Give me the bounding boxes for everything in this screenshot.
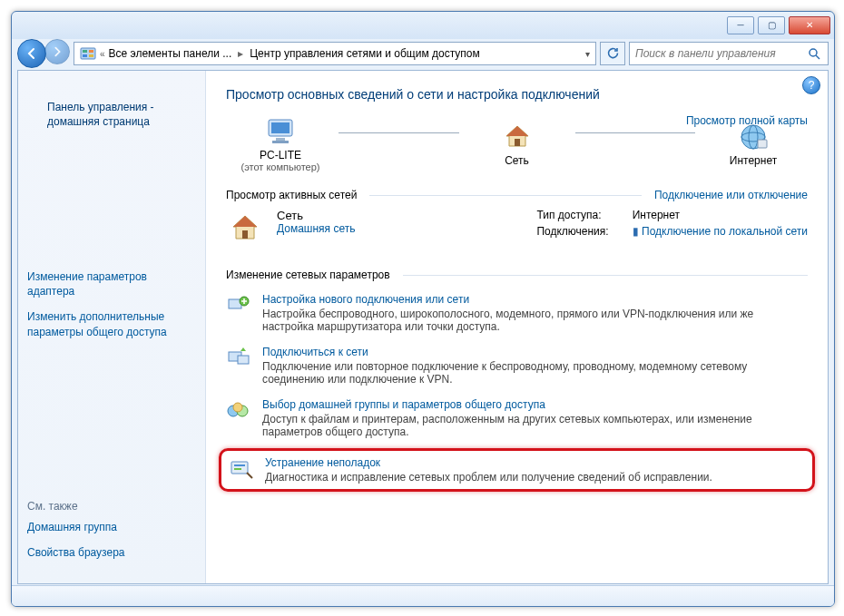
task-title[interactable]: Выбор домашней группы и параметров общег…	[262, 398, 808, 411]
address-bar: « Все элементы панели ... ▸ Центр управл…	[17, 39, 829, 68]
access-type-value: Интернет	[633, 209, 808, 221]
chevrons-icon: «	[100, 49, 105, 59]
connection-value: ▮ Подключение по локальной сети	[633, 225, 808, 238]
svg-rect-1	[83, 50, 87, 53]
change-settings-section: Изменение сетевых параметров Настройка н…	[226, 269, 808, 492]
help-icon[interactable]: ?	[802, 76, 820, 94]
svg-rect-25	[234, 464, 245, 466]
svg-rect-10	[272, 141, 289, 143]
close-button[interactable]: ✕	[789, 16, 830, 34]
svg-rect-20	[238, 356, 249, 364]
nic-icon: ▮	[633, 225, 639, 238]
computer-icon	[263, 114, 298, 149]
map-node1-label: PC-LITE	[260, 149, 301, 161]
full-map-link[interactable]: Просмотр полной карты	[686, 114, 808, 127]
sidebar: Панель управления - домашняя страница Из…	[18, 71, 206, 583]
active-network-details: Тип доступа: Подключения: Интернет ▮ Под…	[536, 209, 808, 247]
network-name-label: Сеть	[277, 209, 355, 222]
active-network-name: Сеть Домашняя сеть	[277, 209, 355, 247]
divider	[369, 195, 642, 196]
local-connection-link[interactable]: Подключение по локальной сети	[642, 225, 808, 238]
breadcrumb[interactable]: « Все элементы панели ... ▸ Центр управл…	[74, 43, 486, 64]
chevron-right-icon: ▸	[238, 47, 243, 60]
map-line-2	[575, 132, 696, 133]
network-type-link[interactable]: Домашняя сеть	[277, 222, 355, 235]
search-icon[interactable]	[808, 47, 828, 60]
minimize-button[interactable]: ─	[727, 16, 754, 34]
home-network-icon	[226, 209, 264, 247]
active-network-row: Сеть Домашняя сеть Тип доступа: Подключе…	[226, 207, 808, 252]
breadcrumb-bar[interactable]: « Все элементы панели ... ▸ Центр управл…	[74, 42, 596, 65]
sidebar-link-sharing[interactable]: Изменить дополнительные параметры общего…	[27, 309, 196, 338]
content-body: Панель управления - домашняя страница Из…	[17, 70, 829, 584]
task-homegroup[interactable]: Выбор домашней группы и параметров общег…	[226, 392, 808, 445]
back-button[interactable]	[17, 39, 46, 68]
active-networks-section: Просмотр активных сетей Подключение или …	[226, 189, 808, 252]
main-pane: ? Просмотр основных сведений о сети и на…	[206, 71, 828, 583]
map-node1-sub: (этот компьютер)	[240, 161, 319, 172]
svg-line-6	[816, 55, 819, 59]
window: ─ ▢ ✕ « Все элементы панели ... ▸ Центр …	[11, 11, 835, 607]
svg-point-23	[233, 403, 242, 412]
see-also-heading: См. также	[27, 500, 196, 513]
task-desc: Доступ к файлам и принтерам, расположенн…	[262, 413, 808, 438]
svg-rect-0	[81, 48, 95, 59]
sidebar-home-link[interactable]: Панель управления - домашняя страница	[27, 83, 196, 259]
svg-rect-16	[242, 230, 248, 239]
network-map: PC-LITE (этот компьютер) Сеть Интернет	[226, 114, 808, 172]
task-desc: Настройка беспроводного, широкополосного…	[262, 308, 808, 333]
sidebar-link-adapter[interactable]: Изменение параметров адаптера	[27, 269, 196, 298]
map-node2-label: Сеть	[505, 154, 529, 167]
svg-rect-2	[89, 50, 93, 53]
map-line-1	[339, 132, 459, 133]
control-panel-icon	[80, 45, 96, 62]
divider	[403, 275, 808, 276]
svg-rect-26	[234, 468, 241, 470]
task-troubleshoot[interactable]: Устранение неполадок Диагностика и испра…	[219, 448, 815, 492]
nav-buttons	[17, 39, 70, 68]
task-connect-network[interactable]: Подключиться к сети Подключение или повт…	[226, 339, 808, 392]
svg-rect-11	[515, 139, 520, 146]
breadcrumb-level-1[interactable]: Все элементы панели ...	[109, 47, 232, 60]
task-desc: Подключение или повторное подключение к …	[262, 360, 808, 386]
map-node-network: Сеть	[463, 120, 572, 167]
map-node3-label: Интернет	[730, 154, 777, 167]
connect-network-icon	[226, 346, 251, 371]
sidebar-seealso-browser[interactable]: Свойства браузера	[27, 545, 196, 560]
sidebar-seealso-homegroup[interactable]: Домашняя группа	[27, 520, 196, 534]
svg-rect-8	[271, 122, 290, 133]
task-title[interactable]: Подключиться к сети	[262, 346, 808, 358]
change-heading: Изменение сетевых параметров	[226, 269, 390, 281]
connections-label: Подключения:	[536, 225, 608, 238]
task-desc: Диагностика и исправление сетевых пробле…	[265, 471, 712, 484]
maximize-button[interactable]: ▢	[758, 16, 785, 34]
setup-connection-icon	[226, 293, 251, 318]
map-node-this-pc: PC-LITE (этот компьютер)	[226, 114, 335, 172]
task-new-connection[interactable]: Настройка нового подключения или сети На…	[226, 287, 808, 339]
refresh-button[interactable]	[600, 42, 625, 65]
page-title: Просмотр основных сведений о сети и наст…	[226, 87, 808, 102]
svg-rect-24	[231, 462, 248, 474]
svg-rect-9	[276, 138, 285, 141]
active-heading: Просмотр активных сетей	[226, 189, 357, 201]
svg-rect-4	[89, 54, 93, 57]
svg-point-5	[810, 49, 817, 56]
troubleshoot-icon	[229, 456, 254, 482]
homegroup-icon	[226, 398, 251, 424]
status-bar	[12, 585, 834, 606]
access-type-label: Тип доступа:	[536, 209, 608, 221]
house-network-icon	[500, 120, 535, 154]
connect-disconnect-link[interactable]: Подключение или отключение	[654, 189, 808, 201]
window-controls: ─ ▢ ✕	[727, 16, 832, 34]
search-box[interactable]	[629, 42, 829, 65]
forward-button[interactable]	[44, 39, 70, 64]
titlebar: ─ ▢ ✕	[12, 12, 834, 39]
svg-rect-3	[83, 54, 87, 57]
task-title[interactable]: Настройка нового подключения или сети	[262, 293, 808, 306]
breadcrumb-level-2[interactable]: Центр управления сетями и общим доступом	[250, 47, 480, 60]
svg-rect-15	[758, 140, 767, 148]
search-input[interactable]	[630, 47, 808, 60]
task-title[interactable]: Устранение неполадок	[265, 456, 712, 469]
chevron-down-icon[interactable]: ▾	[580, 49, 595, 59]
